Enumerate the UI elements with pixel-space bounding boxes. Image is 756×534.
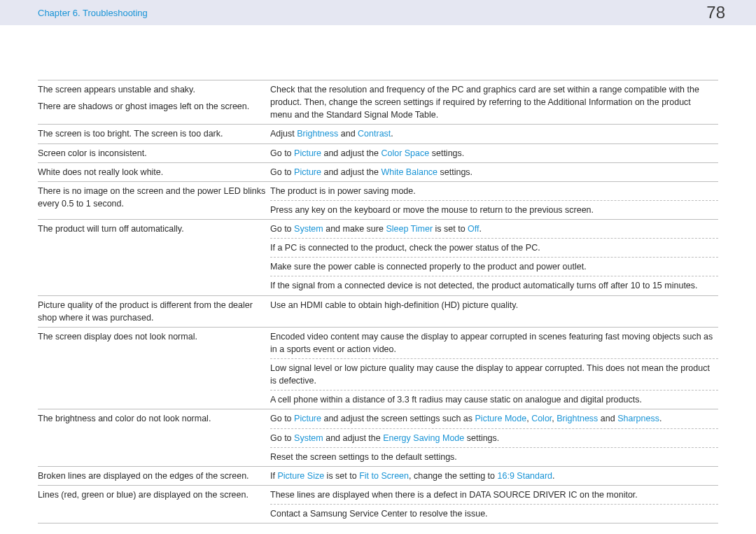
page-number: 78 xyxy=(706,3,725,22)
issue-cell: The product will turn off automatically. xyxy=(38,220,270,296)
issue-cell: There is no image on the screen and the … xyxy=(38,181,270,219)
highlight: Sharpness xyxy=(617,414,659,423)
issue-cell: Lines (red, green or blue) are displayed… xyxy=(38,485,270,523)
solution-cell: Encoded video content may cause the disp… xyxy=(270,327,718,358)
highlight: Energy Saving Mode xyxy=(383,433,464,443)
troubleshooting-table: The screen appears unstable and shaky. T… xyxy=(38,80,718,524)
text: settings. xyxy=(438,167,472,177)
solution-cell: A cell phone within a distance of 3.3 ft… xyxy=(270,391,718,409)
issue-cell: The brightness and color do not look nor… xyxy=(38,409,270,466)
highlight: Off xyxy=(468,224,479,234)
table-row: White does not really look white. Go to … xyxy=(38,162,718,181)
solution-cell: Use an HDMI cable to obtain high-definit… xyxy=(270,295,718,327)
solution-cell: Make sure the power cable is connected p… xyxy=(270,258,718,276)
issue-text: There are shadows or ghost images left o… xyxy=(38,100,266,113)
solution-cell: If a PC is connected to the product, che… xyxy=(270,239,718,258)
text: , change the setting to xyxy=(409,471,497,481)
table-row: There is no image on the screen and the … xyxy=(38,181,718,200)
text: and xyxy=(338,129,358,139)
text: settings. xyxy=(429,148,464,158)
issue-cell: The screen appears unstable and shaky. T… xyxy=(38,80,270,125)
solution-cell: These lines are displayed when there is … xyxy=(270,485,718,504)
highlight: Picture Mode xyxy=(475,414,527,423)
solution-cell: Go to System and adjust the Energy Savin… xyxy=(270,428,718,447)
text: Go to xyxy=(270,224,294,234)
text: and make sure xyxy=(323,224,386,234)
chapter-title: Chapter 6. Troubleshooting xyxy=(38,8,148,18)
highlight: Color xyxy=(531,414,552,423)
solution-cell: If Picture Size is set to Fit to Screen,… xyxy=(270,466,718,485)
page: Chapter 6. Troubleshooting 78 The screen… xyxy=(0,0,756,534)
highlight: Fit to Screen xyxy=(359,471,409,481)
table-row: Picture quality of the product is differ… xyxy=(38,295,718,327)
text: . xyxy=(659,414,662,423)
highlight: Brightness xyxy=(297,129,338,139)
highlight: System xyxy=(294,433,323,443)
issue-cell: Screen color is inconsistent. xyxy=(38,143,270,162)
solution-cell: Go to System and make sure Sleep Timer i… xyxy=(270,220,718,239)
highlight: Brightness xyxy=(556,414,598,423)
text: Go to xyxy=(270,414,294,423)
text: is set to xyxy=(433,224,468,234)
solution-cell: If the signal from a connected device is… xyxy=(270,276,718,295)
highlight: 16:9 Standard xyxy=(498,471,553,481)
issue-text: The screen appears unstable and shaky. xyxy=(38,83,266,96)
issue-cell: Broken lines are displayed on the edges … xyxy=(38,466,270,485)
text: and adjust the screen settings such as xyxy=(321,414,475,423)
highlight: Sleep Timer xyxy=(386,224,433,234)
solution-cell: Go to Picture and adjust the Color Space… xyxy=(270,143,718,162)
text: settings. xyxy=(464,433,499,443)
solution-cell: Adjust Brightness and Contrast. xyxy=(270,125,718,143)
table-row: Broken lines are displayed on the edges … xyxy=(38,466,718,485)
table-row: Screen color is inconsistent. Go to Pict… xyxy=(38,143,718,162)
table-row: The screen is too bright. The screen is … xyxy=(38,125,718,143)
highlight: System xyxy=(294,224,323,234)
table-row: The screen display does not look normal.… xyxy=(38,327,718,358)
text: and adjust the xyxy=(321,148,381,158)
text: and xyxy=(598,414,617,423)
highlight: White Balance xyxy=(381,167,438,177)
text: . xyxy=(479,224,482,234)
solution-cell: Press any key on the keyboard or move th… xyxy=(270,200,718,219)
text: . xyxy=(391,129,393,139)
table-row: The brightness and color do not look nor… xyxy=(38,409,718,428)
text: and adjust the xyxy=(323,433,383,443)
header-band: Chapter 6. Troubleshooting 78 xyxy=(0,0,756,25)
issue-cell: White does not really look white. xyxy=(38,162,270,181)
text: Go to xyxy=(270,148,294,158)
text: . xyxy=(552,471,554,481)
text: Adjust xyxy=(270,129,297,139)
highlight: Picture xyxy=(294,414,321,423)
highlight: Color Space xyxy=(381,148,429,158)
highlight: Picture xyxy=(294,167,321,177)
text: and adjust the xyxy=(321,167,381,177)
highlight: Picture xyxy=(294,148,321,158)
solution-cell: Reset the screen settings to the default… xyxy=(270,447,718,466)
text: Go to xyxy=(270,433,294,443)
table-row: The product will turn off automatically.… xyxy=(38,220,718,239)
solution-cell: Low signal level or low picture quality … xyxy=(270,359,718,391)
issue-cell: Picture quality of the product is differ… xyxy=(38,295,270,327)
solution-cell: Check that the resolution and frequency … xyxy=(270,80,718,125)
highlight: Contrast xyxy=(358,129,391,139)
text: is set to xyxy=(324,471,359,481)
text: If xyxy=(270,471,277,481)
issue-cell: The screen is too bright. The screen is … xyxy=(38,125,270,143)
issue-cell: The screen display does not look normal. xyxy=(38,327,270,409)
table-row: Lines (red, green or blue) are displayed… xyxy=(38,485,718,504)
highlight: Picture Size xyxy=(277,471,324,481)
solution-cell: Go to Picture and adjust the White Balan… xyxy=(270,162,718,181)
troubleshooting-table-wrap: The screen appears unstable and shaky. T… xyxy=(0,25,756,524)
text: Go to xyxy=(270,167,294,177)
solution-cell: The product is in power saving mode. xyxy=(270,181,718,200)
solution-cell: Contact a Samsung Service Center to reso… xyxy=(270,505,718,524)
solution-cell: Go to Picture and adjust the screen sett… xyxy=(270,409,718,428)
